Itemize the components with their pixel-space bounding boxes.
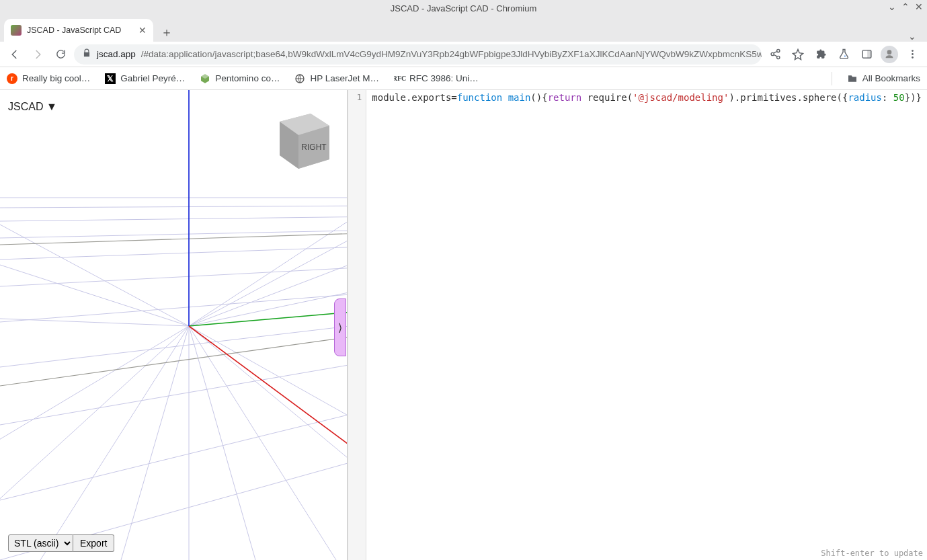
reload-icon: [55, 48, 67, 60]
share-button[interactable]: [766, 45, 784, 64]
arrow-right-icon: [32, 48, 44, 61]
bookmark-label: RFC 3986: Uni…: [409, 73, 479, 83]
svg-line-23: [189, 326, 255, 560]
svg-line-18: [0, 326, 189, 560]
window-buttons: ⌄ ⌃ ✕: [888, 1, 923, 12]
lock-icon: [82, 48, 91, 60]
bookmark-label: Pentomino co…: [215, 73, 280, 83]
panel-icon: [861, 48, 873, 60]
jscad-menu-label: JSCAD ▼: [8, 101, 57, 112]
puzzle-icon: [815, 48, 827, 60]
favicon-icon: [11, 25, 22, 36]
drawer-handle[interactable]: ⟩: [334, 298, 346, 356]
menu-button[interactable]: [903, 45, 922, 64]
browser-toolbar: jscad.app/#data:application/javascript;b…: [0, 42, 927, 67]
window-title: JSCAD - JavaScript CAD - Chromium: [391, 3, 536, 13]
all-bookmarks-button[interactable]: All Bookmarks: [847, 73, 920, 84]
folder-icon: [847, 73, 858, 84]
tabs-dropdown-icon[interactable]: ⌄: [908, 31, 923, 42]
viewport-3d[interactable]: JSCAD ▼ RIGHT ⟩ STL (ascii) Export: [0, 90, 347, 560]
bookmark-label: Really big cool…: [22, 73, 90, 83]
axis-x: [189, 326, 347, 471]
cube-icon: [200, 73, 210, 84]
labs-button[interactable]: [834, 45, 853, 64]
svg-point-0: [844, 55, 845, 56]
export-button[interactable]: Export: [73, 534, 114, 552]
code-content[interactable]: module.exports=function main(){return re…: [366, 90, 927, 560]
rfc-icon: RFC: [394, 73, 405, 84]
reload-button[interactable]: [51, 45, 70, 64]
x-icon: 𝕏: [105, 73, 116, 84]
share-icon: [770, 48, 781, 60]
extensions-button[interactable]: [811, 45, 830, 64]
svg-line-8: [0, 206, 347, 208]
navcube-face-label: RIGHT: [302, 143, 327, 152]
nav-cube[interactable]: RIGHT: [266, 102, 339, 174]
tab-strip: JSCAD - JavaScript CAD ✕ ＋ ⌄: [0, 16, 927, 42]
forward-button[interactable]: [28, 45, 47, 64]
bookmark-item[interactable]: 𝕏 Gabriel Peyré…: [105, 73, 185, 84]
url-host: jscad.app: [97, 49, 136, 59]
svg-line-25: [189, 326, 347, 560]
window-titlebar: JSCAD - JavaScript CAD - Chromium ⌄ ⌃ ✕: [0, 0, 927, 16]
bookmark-item[interactable]: HP LaserJet M…: [294, 73, 379, 84]
axis-y: [189, 309, 347, 326]
svg-line-16: [0, 406, 347, 500]
address-bar[interactable]: jscad.app/#data:application/javascript;b…: [74, 44, 762, 65]
svg-line-27: [0, 319, 189, 326]
svg-line-24: [189, 326, 336, 560]
all-bookmarks-label: All Bookmarks: [862, 73, 920, 83]
sidepanel-button[interactable]: [857, 45, 876, 64]
svg-line-20: [40, 326, 189, 560]
line-gutter: 1: [348, 90, 366, 560]
divider: [832, 72, 832, 85]
minimize-icon[interactable]: ⌄: [888, 1, 896, 12]
bookmark-item[interactable]: r Really big cool…: [7, 73, 90, 84]
bookmark-item[interactable]: Pentomino co…: [200, 73, 280, 84]
tab-close-icon[interactable]: ✕: [138, 25, 147, 36]
svg-point-5: [912, 56, 914, 58]
svg-line-26: [189, 326, 347, 560]
svg-rect-2: [867, 50, 871, 58]
maximize-icon[interactable]: ⌃: [901, 1, 910, 12]
jscad-menu-button[interactable]: JSCAD ▼: [8, 101, 57, 113]
export-format-select[interactable]: STL (ascii): [8, 534, 73, 552]
flask-icon: [838, 48, 850, 60]
export-bar: STL (ascii) Export: [8, 534, 114, 552]
app-content: JSCAD ▼ RIGHT ⟩ STL (ascii) Export 1 mod…: [0, 90, 927, 560]
svg-point-3: [912, 50, 914, 52]
editor-hint: Shift-enter to update: [821, 549, 923, 558]
browser-tab[interactable]: JSCAD - JavaScript CAD ✕: [4, 19, 153, 42]
svg-line-15: [0, 359, 347, 425]
svg-line-28: [0, 265, 189, 326]
line-number: 1: [348, 92, 362, 102]
globe-icon: [294, 73, 305, 84]
chevron-right-icon: ⟩: [338, 321, 342, 334]
code-editor[interactable]: 1 module.exports=function main(){return …: [348, 90, 927, 560]
bookmark-label: Gabriel Peyré…: [120, 73, 185, 83]
svg-line-19: [0, 326, 189, 560]
bookmark-item[interactable]: RFC RFC 3986: Uni…: [394, 73, 479, 84]
tab-title: JSCAD - JavaScript CAD: [27, 26, 121, 35]
svg-line-10: [0, 230, 347, 238]
reddit-icon: r: [7, 73, 17, 84]
svg-point-4: [912, 53, 914, 55]
bookmark-star-button[interactable]: [789, 45, 807, 64]
bookmarks-bar: r Really big cool… 𝕏 Gabriel Peyré… Pent…: [0, 67, 927, 90]
new-tab-button[interactable]: ＋: [157, 23, 176, 42]
svg-line-9: [0, 216, 347, 221]
profile-button[interactable]: [880, 45, 899, 64]
close-icon[interactable]: ✕: [915, 1, 923, 12]
arrow-left-icon: [9, 48, 21, 61]
bookmark-label: HP LaserJet M…: [310, 73, 379, 83]
star-icon: [792, 48, 804, 61]
url-path: /#data:application/javascript;base64,bW9…: [141, 49, 762, 59]
avatar-icon: [881, 46, 898, 63]
back-button[interactable]: [5, 45, 24, 64]
kebab-icon: [907, 48, 918, 60]
